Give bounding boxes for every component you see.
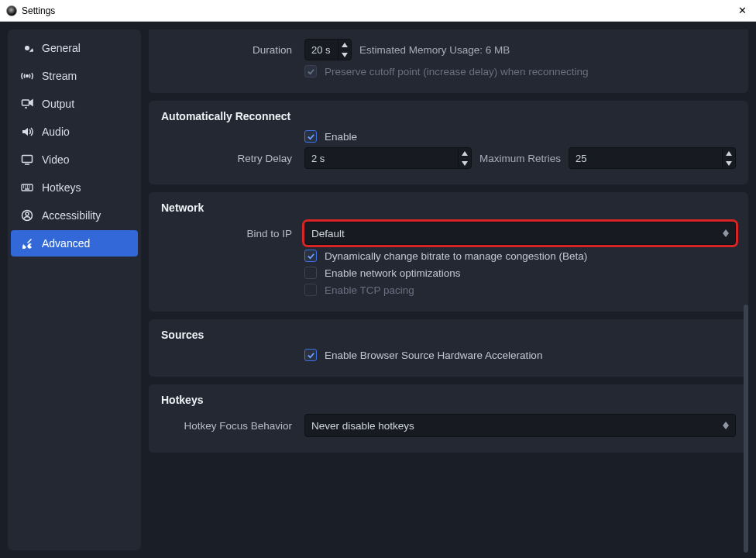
sidebar-item-label: Stream: [42, 70, 77, 82]
output-icon: [20, 97, 34, 111]
keyboard-icon: [20, 181, 34, 195]
hotkeys-panel: Hotkeys Hotkey Focus Behavior Never disa…: [149, 384, 748, 453]
max-retries-step-up[interactable]: [723, 148, 735, 158]
antenna-icon: [20, 69, 34, 83]
tools-icon: [20, 236, 34, 250]
reconnect-title: Automatically Reconnect: [161, 110, 736, 122]
window-title: Settings: [22, 5, 55, 16]
updown-icon: [723, 229, 729, 237]
hotkey-focus-dropdown[interactable]: Never disable hotkeys: [304, 414, 736, 437]
max-retries-spinbox[interactable]: [569, 147, 736, 169]
hotkey-focus-label: Hotkey Focus Behavior: [161, 420, 297, 432]
sidebar-item-label: Hotkeys: [42, 181, 81, 194]
sidebar-item-label: General: [42, 42, 81, 54]
tcp-pacing-checkbox: [304, 284, 317, 296]
sidebar-item-label: Video: [42, 153, 70, 166]
titlebar: Settings ✕: [0, 0, 756, 22]
max-retries-input[interactable]: [569, 153, 722, 164]
sidebar-item-label: Accessibility: [42, 209, 101, 222]
memory-usage-text: Estimated Memory Usage: 6 MB: [359, 44, 510, 56]
sidebar-item-general[interactable]: General: [11, 35, 138, 61]
settings-content: Duration Estimated Memory Usage: 6 MB: [149, 29, 748, 550]
svg-point-0: [26, 75, 29, 78]
reconnect-enable-checkbox[interactable]: [304, 130, 317, 143]
sources-title: Sources: [161, 329, 736, 341]
network-optimizations-checkbox[interactable]: [304, 267, 317, 279]
bind-ip-dropdown[interactable]: Default: [304, 222, 736, 245]
reconnect-panel: Automatically Reconnect Enable Retry Del…: [149, 101, 748, 184]
person-icon: [20, 208, 34, 222]
dynamic-bitrate-label[interactable]: Dynamically change bitrate to manage con…: [325, 250, 587, 262]
preserve-cutoff-checkbox: [304, 65, 317, 78]
retry-step-down[interactable]: [459, 158, 471, 168]
tcp-pacing-label: Enable TCP pacing: [325, 284, 414, 296]
bind-ip-value: Default: [311, 228, 345, 239]
close-button[interactable]: ✕: [735, 3, 750, 18]
settings-sidebar: GeneralStreamOutputAudioVideoHotkeysAcce…: [8, 29, 141, 550]
browser-hwaccel-label[interactable]: Enable Browser Source Hardware Accelerat…: [325, 350, 542, 361]
sources-panel: Sources Enable Browser Source Hardware A…: [149, 319, 748, 377]
duration-input[interactable]: [305, 44, 338, 56]
retry-delay-label: Retry Delay: [161, 153, 297, 164]
sidebar-item-label: Audio: [42, 126, 70, 138]
duration-label: Duration: [161, 44, 297, 56]
svg-rect-1: [22, 100, 29, 105]
app-icon: [6, 5, 17, 16]
dynamic-bitrate-checkbox[interactable]: [304, 250, 317, 262]
sidebar-item-audio[interactable]: Audio: [11, 119, 138, 145]
network-title: Network: [161, 202, 736, 214]
gear-icon: [20, 41, 34, 55]
scrollbar-thumb[interactable]: [744, 305, 748, 553]
retry-delay-spinbox[interactable]: [304, 147, 472, 169]
updown-icon: [723, 422, 729, 429]
bind-ip-label: Bind to IP: [161, 228, 297, 239]
reconnect-enable-label[interactable]: Enable: [325, 131, 357, 143]
svg-point-5: [26, 212, 29, 215]
sidebar-item-video[interactable]: Video: [11, 146, 138, 173]
retry-step-up[interactable]: [459, 148, 471, 158]
sidebar-item-stream[interactable]: Stream: [11, 63, 138, 89]
network-optimizations-label[interactable]: Enable network optimizations: [325, 267, 461, 279]
network-panel: Network Bind to IP Default: [149, 192, 748, 312]
monitor-icon: [20, 153, 34, 167]
duration-spinbox[interactable]: [304, 39, 352, 60]
max-retries-label: Maximum Retries: [479, 153, 561, 164]
duration-step-down[interactable]: [338, 50, 351, 60]
svg-rect-2: [22, 156, 33, 163]
sidebar-item-label: Output: [42, 98, 74, 110]
preserve-cutoff-label: Preserve cutoff point (increase delay) w…: [325, 66, 588, 78]
hotkeys-title: Hotkeys: [161, 394, 736, 406]
sidebar-item-accessibility[interactable]: Accessibility: [11, 202, 138, 229]
sidebar-item-advanced[interactable]: Advanced: [11, 230, 138, 257]
browser-hwaccel-checkbox[interactable]: [304, 349, 317, 361]
speaker-icon: [20, 125, 34, 139]
sidebar-item-output[interactable]: Output: [11, 91, 138, 117]
sidebar-item-label: Advanced: [42, 237, 90, 250]
duration-step-up[interactable]: [338, 40, 351, 50]
sidebar-item-hotkeys[interactable]: Hotkeys: [11, 174, 138, 201]
hotkey-focus-value: Never disable hotkeys: [311, 420, 414, 432]
max-retries-step-down[interactable]: [723, 158, 735, 168]
delay-panel: Duration Estimated Memory Usage: 6 MB: [149, 29, 748, 93]
retry-delay-input[interactable]: [305, 153, 458, 164]
